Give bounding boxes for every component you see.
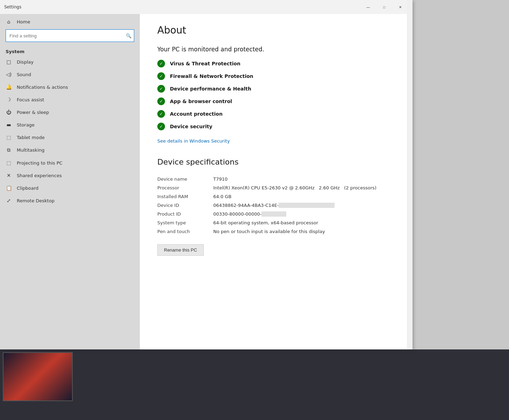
window-controls: — □ ✕ — [360, 1, 408, 13]
titlebar: Settings — □ ✕ — [0, 0, 413, 14]
sidebar-item-display[interactable]: □ Display — [0, 56, 140, 68]
sidebar-item-shared[interactable]: ✕ Shared experiences — [0, 169, 140, 182]
check-device-security-icon — [157, 123, 165, 130]
sidebar-item-home[interactable]: ⌂ Home — [0, 14, 140, 29]
sidebar-item-sound-label: Sound — [17, 72, 31, 77]
spec-label-device-name: Device name — [157, 175, 213, 183]
sidebar-item-tablet-label: Tablet mode — [17, 135, 45, 140]
protection-list: Virus & Threat Protection Firewall & Net… — [157, 60, 395, 130]
sidebar-item-clipboard-label: Clipboard — [17, 186, 38, 191]
protection-firewall-label: Firewall & Network Protection — [170, 73, 253, 79]
spec-row-processor: Processor Intel(R) Xeon(R) CPU E5-2630 v… — [157, 183, 395, 192]
spec-row-device-id: Device ID 06438862-94AA-4BA3-C14E-XXXXXX… — [157, 201, 395, 210]
remote-icon: ⤢ — [6, 198, 12, 203]
spec-value-device-name: T7910 — [213, 175, 395, 183]
home-icon: ⌂ — [6, 19, 12, 24]
spec-label-processor: Processor — [157, 183, 213, 192]
check-app-browser-icon — [157, 97, 165, 105]
protection-item-device-security: Device security — [157, 123, 395, 130]
specs-title: Device specifications — [157, 158, 395, 166]
spec-value-system-type: 64-bit operating system, x64-based proce… — [213, 218, 395, 227]
protection-item-firewall: Firewall & Network Protection — [157, 72, 395, 80]
sidebar-item-clipboard[interactable]: 📋 Clipboard — [0, 182, 140, 194]
sidebar-item-sound[interactable]: ◁) Sound — [0, 68, 140, 81]
projecting-icon: ⬚ — [6, 160, 12, 166]
system-section-label: System — [0, 46, 140, 56]
settings-window: Settings — □ ✕ ⌂ Home 🔍 System — [0, 0, 413, 349]
sidebar-item-tablet[interactable]: ⬚ Tablet mode — [0, 131, 140, 144]
storage-icon: ▬ — [6, 122, 12, 128]
sidebar-item-shared-label: Shared experiences — [17, 173, 62, 178]
sidebar-item-projecting-label: Projecting to this PC — [17, 160, 63, 166]
scrollbar[interactable] — [407, 14, 413, 349]
spec-label-ram: Installed RAM — [157, 192, 213, 201]
taskbar — [0, 349, 509, 420]
check-firewall-icon — [157, 72, 165, 80]
protection-device-perf-label: Device performance & Health — [170, 86, 251, 92]
protection-item-app-browser: App & browser control — [157, 97, 395, 105]
protection-virus-label: Virus & Threat Protection — [170, 61, 241, 66]
maximize-button[interactable]: □ — [376, 1, 392, 13]
windows-security-link[interactable]: See details in Windows Security — [157, 138, 230, 144]
protection-device-security-label: Device security — [170, 124, 212, 129]
sidebar-item-power[interactable]: ⏻ Power & sleep — [0, 106, 140, 118]
multitasking-icon: ⧉ — [6, 147, 12, 153]
window-title: Settings — [4, 5, 21, 9]
spec-value-device-id: 06438862-94AA-4BA3-C14E-XXXXXXXXXXXXXXXX… — [213, 201, 395, 210]
sidebar-item-projecting[interactable]: ⬚ Projecting to this PC — [0, 157, 140, 169]
protection-account-label: Account protection — [170, 111, 223, 117]
notifications-icon: 🔔 — [6, 84, 12, 90]
sound-icon: ◁) — [6, 72, 12, 77]
spec-row-system-type: System type 64-bit operating system, x64… — [157, 218, 395, 227]
spec-value-processor: Intel(R) Xeon(R) CPU E5-2630 v2 @ 2.60GH… — [213, 183, 395, 192]
content-area: ⌂ Home 🔍 System □ Display ◁) Sound — [0, 14, 413, 349]
search-box: 🔍 — [6, 29, 134, 42]
sidebar-item-storage[interactable]: ▬ Storage — [0, 118, 140, 131]
spec-value-product-id: 00330-80000-00000-XXXXXXXX — [213, 210, 395, 218]
protection-item-device-perf: Device performance & Health — [157, 85, 395, 93]
sidebar-item-notifications-label: Notifications & actions — [17, 85, 68, 90]
spec-row-ram: Installed RAM 64.0 GB — [157, 192, 395, 201]
spec-value-pen-touch: No pen or touch input is available for t… — [213, 227, 395, 236]
specs-table: Device name T7910 Processor Intel(R) Xeo… — [157, 175, 395, 236]
sidebar-item-remote[interactable]: ⤢ Remote Desktop — [0, 194, 140, 207]
protection-item-account: Account protection — [157, 110, 395, 118]
spec-label-product-id: Product ID — [157, 210, 213, 218]
minimize-button[interactable]: — — [360, 1, 376, 13]
main-panel: About Your PC is monitored and protected… — [140, 14, 413, 349]
sidebar: ⌂ Home 🔍 System □ Display ◁) Sound — [0, 14, 140, 349]
spec-value-ram: 64.0 GB — [213, 192, 395, 201]
spec-label-device-id: Device ID — [157, 201, 213, 210]
spec-label-system-type: System type — [157, 218, 213, 227]
check-device-perf-icon — [157, 85, 165, 93]
sidebar-item-focus-label: Focus assist — [17, 97, 44, 102]
search-icon: 🔍 — [126, 33, 131, 38]
home-label: Home — [17, 19, 30, 24]
check-account-icon — [157, 110, 165, 118]
sidebar-item-display-label: Display — [17, 59, 34, 65]
power-icon: ⏻ — [6, 109, 12, 115]
clipboard-icon: 📋 — [6, 185, 12, 191]
spec-row-product-id: Product ID 00330-80000-00000-XXXXXXXX — [157, 210, 395, 218]
close-button[interactable]: ✕ — [392, 1, 408, 13]
check-virus-icon — [157, 60, 165, 67]
sidebar-item-multitasking-label: Multitasking — [17, 147, 44, 153]
focus-icon: ☽ — [6, 97, 12, 102]
sidebar-item-remote-label: Remote Desktop — [17, 198, 55, 203]
sidebar-nav: □ Display ◁) Sound 🔔 Notifications & act… — [0, 56, 140, 349]
page-title: About — [157, 24, 395, 36]
taskbar-thumbnail[interactable] — [3, 352, 73, 401]
protection-app-browser-label: App & browser control — [170, 99, 232, 104]
search-input[interactable] — [6, 29, 134, 42]
spec-row-device-name: Device name T7910 — [157, 175, 395, 183]
rename-pc-button[interactable]: Rename this PC — [157, 244, 204, 256]
spec-label-pen-touch: Pen and touch — [157, 227, 213, 236]
sidebar-item-focus[interactable]: ☽ Focus assist — [0, 93, 140, 106]
sidebar-item-notifications[interactable]: 🔔 Notifications & actions — [0, 81, 140, 93]
sidebar-item-multitasking[interactable]: ⧉ Multitasking — [0, 144, 140, 157]
sidebar-item-power-label: Power & sleep — [17, 110, 49, 115]
display-icon: □ — [6, 59, 12, 65]
protection-heading: Your PC is monitored and protected. — [157, 46, 395, 53]
sidebar-item-storage-label: Storage — [17, 122, 35, 128]
spec-row-pen-touch: Pen and touch No pen or touch input is a… — [157, 227, 395, 236]
